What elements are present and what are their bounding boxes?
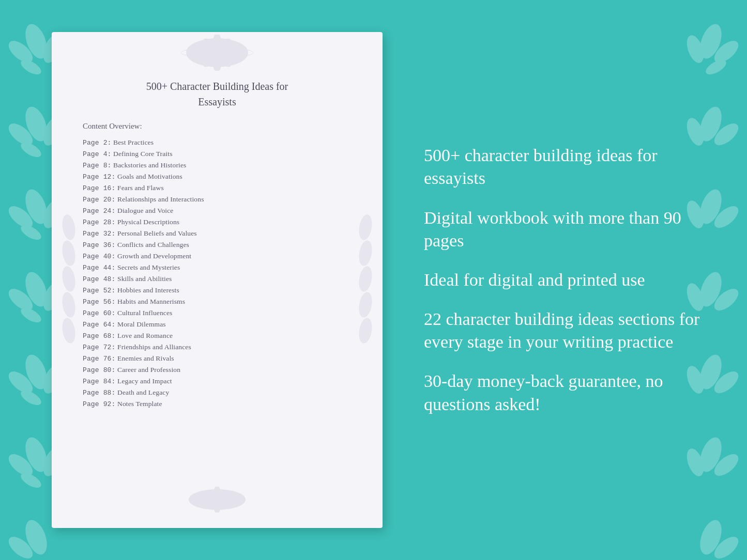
- toc-item: Page 80: Career and Profession: [83, 364, 352, 376]
- toc-item: Page 92: Notes Template: [83, 398, 352, 410]
- toc-item: Page 64: Moral Dilemmas: [83, 319, 352, 330]
- toc-item: Page 60: Cultural Influences: [83, 307, 352, 319]
- book-side-left-decoration: [56, 201, 82, 359]
- book-content: 500+ Character Building Ideas for Essayi…: [52, 73, 383, 481]
- toc-list: Page 2: Best PracticesPage 4: Defining C…: [83, 137, 352, 410]
- toc-item: Page 16: Fears and Flaws: [83, 182, 352, 194]
- svg-point-91: [357, 291, 374, 318]
- svg-point-83: [60, 213, 77, 241]
- svg-point-81: [203, 496, 214, 503]
- svg-point-84: [60, 239, 77, 267]
- feature-text-3: Ideal for digital and printed use: [424, 269, 706, 291]
- toc-item: Page 72: Friendships and Alliances: [83, 341, 352, 353]
- book-title: 500+ Character Building Ideas for Essayi…: [83, 79, 352, 110]
- toc-item: Page 20: Relationships and Interactions: [83, 194, 352, 205]
- feature-text-4: 22 character building ideas sections for…: [424, 308, 706, 353]
- toc-item: Page 88: Death and Legacy: [83, 387, 352, 398]
- feature-text-2: Digital workbook with more than 90 pages: [424, 207, 706, 252]
- toc-item: Page 52: Hobbies and Interests: [83, 285, 352, 296]
- mandala-bottom-decoration: [52, 481, 383, 512]
- toc-item: Page 28: Physical Descriptions: [83, 216, 352, 228]
- toc-item: Page 40: Growth and Development: [83, 251, 352, 262]
- toc-item: Page 4: Defining Core Traits: [83, 148, 352, 160]
- book-panel: 500+ Character Building Ideas for Essayi…: [52, 32, 383, 528]
- svg-point-86: [60, 291, 77, 318]
- svg-point-87: [60, 317, 77, 344]
- toc-item: Page 24: Dialogue and Voice: [83, 205, 352, 216]
- svg-point-90: [357, 265, 374, 292]
- toc-item: Page 2: Best Practices: [83, 137, 352, 148]
- toc-item: Page 8: Backstories and Histories: [83, 160, 352, 171]
- feature-text-1: 500+ character building ideas for essayi…: [424, 144, 706, 190]
- toc-item: Page 12: Goals and Motivations: [83, 171, 352, 182]
- toc-item: Page 36: Conflicts and Challenges: [83, 239, 352, 251]
- toc-item: Page 56: Habits and Mannerisms: [83, 296, 352, 307]
- text-panel: 500+ character building ideas for essayi…: [414, 144, 706, 416]
- svg-point-64: [213, 49, 221, 57]
- svg-point-88: [357, 213, 374, 241]
- toc-item: Page 84: Legacy and Impact: [83, 376, 352, 387]
- toc-item: Page 76: Enemies and Rivals: [83, 353, 352, 364]
- toc-item: Page 48: Skills and Abilities: [83, 273, 352, 285]
- svg-point-82: [221, 496, 231, 503]
- feature-text-5: 30-day money-back guarantee, no question…: [424, 370, 706, 415]
- svg-point-85: [60, 265, 77, 292]
- svg-point-89: [357, 239, 374, 267]
- svg-point-78: [214, 496, 220, 503]
- toc-item: Page 32: Personal Beliefs and Values: [83, 228, 352, 239]
- toc-item: Page 68: Love and Romance: [83, 330, 352, 341]
- main-layout: 500+ Character Building Ideas for Essayi…: [0, 0, 747, 560]
- mandala-top-decoration: [52, 32, 383, 73]
- content-overview-label: Content Overview:: [83, 122, 352, 131]
- book-side-right-decoration: [353, 201, 378, 359]
- svg-point-92: [357, 317, 374, 344]
- toc-item: Page 44: Secrets and Mysteries: [83, 262, 352, 273]
